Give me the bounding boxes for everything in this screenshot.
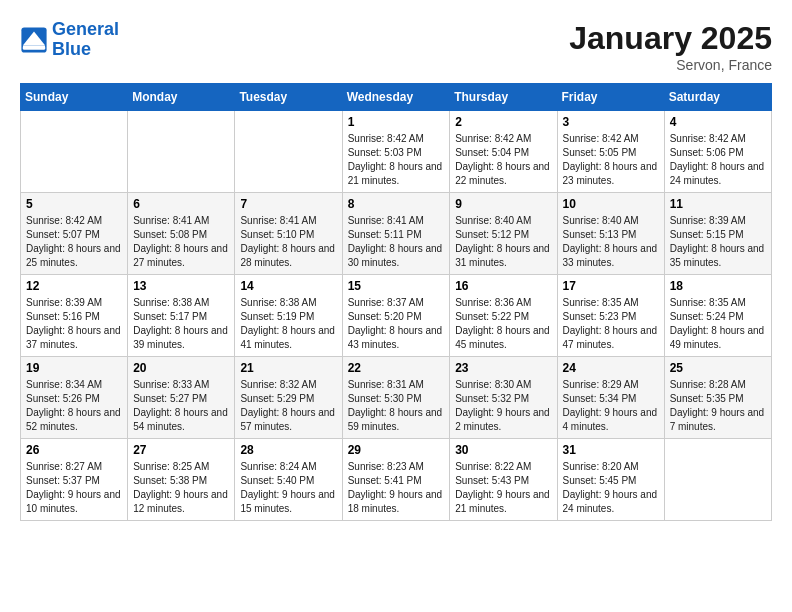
day-cell: 25Sunrise: 8:28 AM Sunset: 5:35 PM Dayli… [664,357,771,439]
calendar-table: SundayMondayTuesdayWednesdayThursdayFrid… [20,83,772,521]
logo: General Blue [20,20,119,60]
day-cell: 30Sunrise: 8:22 AM Sunset: 5:43 PM Dayli… [450,439,557,521]
day-cell [664,439,771,521]
day-number: 6 [133,197,229,211]
day-info: Sunrise: 8:42 AM Sunset: 5:04 PM Dayligh… [455,132,551,188]
day-info: Sunrise: 8:42 AM Sunset: 5:06 PM Dayligh… [670,132,766,188]
day-cell: 5Sunrise: 8:42 AM Sunset: 5:07 PM Daylig… [21,193,128,275]
day-info: Sunrise: 8:40 AM Sunset: 5:12 PM Dayligh… [455,214,551,270]
day-info: Sunrise: 8:36 AM Sunset: 5:22 PM Dayligh… [455,296,551,352]
header-saturday: Saturday [664,84,771,111]
day-number: 21 [240,361,336,375]
day-number: 16 [455,279,551,293]
day-number: 25 [670,361,766,375]
day-info: Sunrise: 8:22 AM Sunset: 5:43 PM Dayligh… [455,460,551,516]
day-info: Sunrise: 8:29 AM Sunset: 5:34 PM Dayligh… [563,378,659,434]
day-info: Sunrise: 8:25 AM Sunset: 5:38 PM Dayligh… [133,460,229,516]
day-cell [235,111,342,193]
day-cell: 29Sunrise: 8:23 AM Sunset: 5:41 PM Dayli… [342,439,450,521]
day-number: 11 [670,197,766,211]
day-cell: 14Sunrise: 8:38 AM Sunset: 5:19 PM Dayli… [235,275,342,357]
day-info: Sunrise: 8:35 AM Sunset: 5:24 PM Dayligh… [670,296,766,352]
day-info: Sunrise: 8:41 AM Sunset: 5:10 PM Dayligh… [240,214,336,270]
day-cell: 1Sunrise: 8:42 AM Sunset: 5:03 PM Daylig… [342,111,450,193]
day-number: 22 [348,361,445,375]
day-number: 18 [670,279,766,293]
day-number: 4 [670,115,766,129]
day-cell: 18Sunrise: 8:35 AM Sunset: 5:24 PM Dayli… [664,275,771,357]
day-number: 29 [348,443,445,457]
day-number: 3 [563,115,659,129]
logo-icon [20,26,48,54]
day-info: Sunrise: 8:42 AM Sunset: 5:05 PM Dayligh… [563,132,659,188]
day-cell: 8Sunrise: 8:41 AM Sunset: 5:11 PM Daylig… [342,193,450,275]
week-row-1: 5Sunrise: 8:42 AM Sunset: 5:07 PM Daylig… [21,193,772,275]
day-info: Sunrise: 8:20 AM Sunset: 5:45 PM Dayligh… [563,460,659,516]
day-cell: 26Sunrise: 8:27 AM Sunset: 5:37 PM Dayli… [21,439,128,521]
day-number: 30 [455,443,551,457]
day-number: 15 [348,279,445,293]
day-info: Sunrise: 8:42 AM Sunset: 5:07 PM Dayligh… [26,214,122,270]
header-sunday: Sunday [21,84,128,111]
day-info: Sunrise: 8:39 AM Sunset: 5:16 PM Dayligh… [26,296,122,352]
day-number: 28 [240,443,336,457]
location: Servon, France [569,57,772,73]
day-info: Sunrise: 8:40 AM Sunset: 5:13 PM Dayligh… [563,214,659,270]
header-monday: Monday [128,84,235,111]
day-info: Sunrise: 8:28 AM Sunset: 5:35 PM Dayligh… [670,378,766,434]
day-number: 27 [133,443,229,457]
logo-text: General Blue [52,20,119,60]
day-cell: 12Sunrise: 8:39 AM Sunset: 5:16 PM Dayli… [21,275,128,357]
day-info: Sunrise: 8:24 AM Sunset: 5:40 PM Dayligh… [240,460,336,516]
day-cell: 15Sunrise: 8:37 AM Sunset: 5:20 PM Dayli… [342,275,450,357]
day-number: 17 [563,279,659,293]
week-row-2: 12Sunrise: 8:39 AM Sunset: 5:16 PM Dayli… [21,275,772,357]
header-tuesday: Tuesday [235,84,342,111]
day-cell: 28Sunrise: 8:24 AM Sunset: 5:40 PM Dayli… [235,439,342,521]
day-info: Sunrise: 8:30 AM Sunset: 5:32 PM Dayligh… [455,378,551,434]
day-number: 12 [26,279,122,293]
header-friday: Friday [557,84,664,111]
day-info: Sunrise: 8:39 AM Sunset: 5:15 PM Dayligh… [670,214,766,270]
month-title: January 2025 [569,20,772,57]
page-header: General Blue January 2025 Servon, France [20,20,772,73]
week-row-0: 1Sunrise: 8:42 AM Sunset: 5:03 PM Daylig… [21,111,772,193]
day-cell [128,111,235,193]
day-info: Sunrise: 8:35 AM Sunset: 5:23 PM Dayligh… [563,296,659,352]
day-info: Sunrise: 8:38 AM Sunset: 5:17 PM Dayligh… [133,296,229,352]
day-number: 31 [563,443,659,457]
day-number: 9 [455,197,551,211]
day-cell: 23Sunrise: 8:30 AM Sunset: 5:32 PM Dayli… [450,357,557,439]
day-cell: 9Sunrise: 8:40 AM Sunset: 5:12 PM Daylig… [450,193,557,275]
day-info: Sunrise: 8:33 AM Sunset: 5:27 PM Dayligh… [133,378,229,434]
day-cell: 11Sunrise: 8:39 AM Sunset: 5:15 PM Dayli… [664,193,771,275]
day-info: Sunrise: 8:34 AM Sunset: 5:26 PM Dayligh… [26,378,122,434]
day-number: 5 [26,197,122,211]
day-cell: 6Sunrise: 8:41 AM Sunset: 5:08 PM Daylig… [128,193,235,275]
day-info: Sunrise: 8:42 AM Sunset: 5:03 PM Dayligh… [348,132,445,188]
header-thursday: Thursday [450,84,557,111]
day-number: 23 [455,361,551,375]
day-number: 24 [563,361,659,375]
day-cell: 20Sunrise: 8:33 AM Sunset: 5:27 PM Dayli… [128,357,235,439]
day-number: 13 [133,279,229,293]
day-cell: 10Sunrise: 8:40 AM Sunset: 5:13 PM Dayli… [557,193,664,275]
day-cell: 22Sunrise: 8:31 AM Sunset: 5:30 PM Dayli… [342,357,450,439]
week-row-4: 26Sunrise: 8:27 AM Sunset: 5:37 PM Dayli… [21,439,772,521]
logo-line1: General [52,19,119,39]
day-info: Sunrise: 8:38 AM Sunset: 5:19 PM Dayligh… [240,296,336,352]
day-info: Sunrise: 8:37 AM Sunset: 5:20 PM Dayligh… [348,296,445,352]
day-cell: 13Sunrise: 8:38 AM Sunset: 5:17 PM Dayli… [128,275,235,357]
header-wednesday: Wednesday [342,84,450,111]
day-number: 14 [240,279,336,293]
day-info: Sunrise: 8:41 AM Sunset: 5:08 PM Dayligh… [133,214,229,270]
day-cell: 16Sunrise: 8:36 AM Sunset: 5:22 PM Dayli… [450,275,557,357]
day-cell: 7Sunrise: 8:41 AM Sunset: 5:10 PM Daylig… [235,193,342,275]
logo-line2: Blue [52,39,91,59]
day-info: Sunrise: 8:23 AM Sunset: 5:41 PM Dayligh… [348,460,445,516]
day-cell: 31Sunrise: 8:20 AM Sunset: 5:45 PM Dayli… [557,439,664,521]
day-cell: 27Sunrise: 8:25 AM Sunset: 5:38 PM Dayli… [128,439,235,521]
day-cell: 2Sunrise: 8:42 AM Sunset: 5:04 PM Daylig… [450,111,557,193]
day-number: 19 [26,361,122,375]
day-cell: 17Sunrise: 8:35 AM Sunset: 5:23 PM Dayli… [557,275,664,357]
